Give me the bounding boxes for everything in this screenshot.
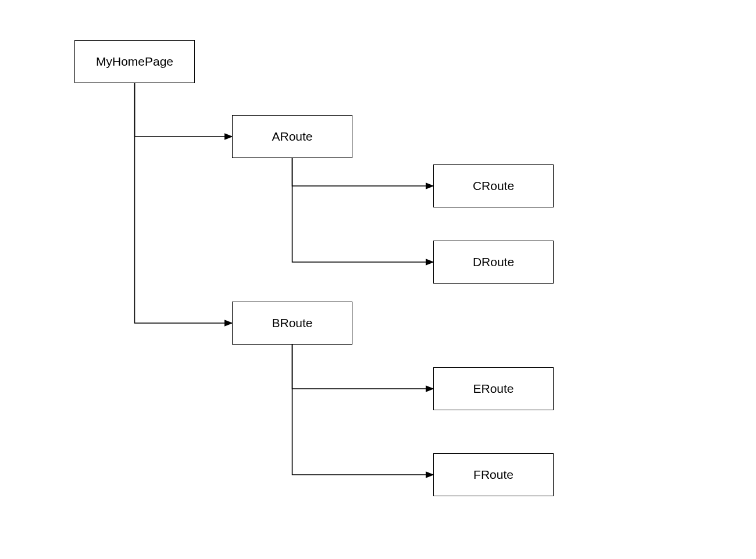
edge-b-e: [293, 345, 434, 389]
node-root-label: MyHomePage: [96, 55, 173, 69]
node-a: ARoute: [232, 115, 352, 158]
edge-root-a: [135, 83, 233, 137]
node-a-label: ARoute: [272, 130, 312, 144]
edge-a-c: [293, 158, 434, 186]
node-b-label: BRoute: [272, 316, 312, 330]
node-c-label: CRoute: [473, 179, 514, 193]
node-d: DRoute: [433, 241, 554, 284]
edge-a-d: [293, 158, 434, 262]
node-e: ERoute: [433, 367, 554, 410]
node-e-label: ERoute: [473, 382, 513, 396]
node-root: MyHomePage: [74, 40, 195, 83]
node-f: FRoute: [433, 453, 554, 496]
node-f-label: FRoute: [473, 468, 513, 482]
node-d-label: DRoute: [473, 255, 514, 269]
edge-root-b: [135, 83, 233, 323]
diagram-connectors: [0, 0, 756, 559]
edge-b-f: [293, 345, 434, 475]
node-b: BRoute: [232, 302, 352, 345]
node-c: CRoute: [433, 164, 554, 207]
